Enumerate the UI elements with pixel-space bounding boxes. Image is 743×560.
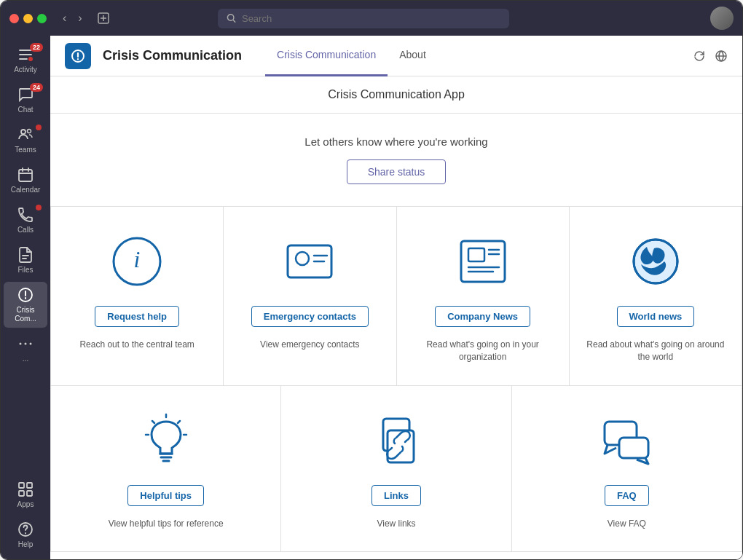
forward-button[interactable]: › bbox=[74, 9, 86, 28]
sidebar-item-activity-label: Activity bbox=[14, 66, 37, 74]
calendar-icon bbox=[17, 166, 34, 184]
titlebar: ‹ › bbox=[1, 1, 742, 36]
bottom-cards-grid: Helpful tips View helpful tips for refer… bbox=[50, 386, 742, 553]
helpful-tips-icon bbox=[137, 408, 195, 473]
share-status-button[interactable]: Share status bbox=[347, 159, 447, 184]
links-icon bbox=[367, 408, 425, 473]
sidebar-item-help-label: Help bbox=[18, 540, 34, 549]
faq-button[interactable]: FAQ bbox=[605, 485, 649, 506]
svg-rect-13 bbox=[27, 491, 32, 496]
app-header: Crisis Communication Crisis Communicatio… bbox=[50, 36, 742, 76]
card-faq: FAQ View FAQ bbox=[512, 386, 742, 553]
compose-button[interactable] bbox=[93, 9, 114, 28]
crisis-content: Crisis Communication App Let others know… bbox=[50, 76, 742, 559]
app-tabs: Crisis Communication About bbox=[265, 36, 438, 76]
company-news-desc: Read what's going on in your organizatio… bbox=[412, 339, 554, 363]
crisis-app-title: Crisis Communication App bbox=[62, 88, 731, 101]
request-help-desc: Reach out to the central team bbox=[79, 339, 194, 351]
nav-arrows: ‹ › bbox=[58, 9, 87, 28]
tab-crisis-communication[interactable]: Crisis Communication bbox=[265, 36, 388, 76]
svg-text:i: i bbox=[134, 246, 141, 272]
files-icon bbox=[17, 246, 34, 264]
links-button[interactable]: Links bbox=[372, 485, 421, 506]
calls-icon bbox=[17, 206, 34, 224]
calls-badge bbox=[36, 205, 42, 210]
world-news-icon bbox=[626, 229, 685, 294]
card-company-news: Company News Read what's going on in you… bbox=[397, 207, 570, 386]
world-news-button[interactable]: World news bbox=[617, 306, 695, 327]
sidebar-item-help[interactable]: Help bbox=[4, 516, 47, 553]
svg-point-1 bbox=[227, 15, 233, 20]
sidebar-item-more[interactable]: ... bbox=[4, 331, 47, 368]
app-icon bbox=[65, 43, 91, 69]
company-news-button[interactable]: Company News bbox=[435, 306, 530, 327]
helpful-tips-button[interactable]: Helpful tips bbox=[127, 485, 204, 506]
sidebar-item-chat-label: Chat bbox=[17, 106, 33, 114]
refresh-button[interactable] bbox=[693, 50, 706, 63]
header-actions bbox=[693, 50, 728, 63]
svg-point-9 bbox=[30, 343, 32, 345]
company-news-icon bbox=[454, 229, 512, 294]
share-section: Let others know where you're working Sha… bbox=[50, 114, 742, 207]
sidebar-item-activity[interactable]: 22 Activity bbox=[4, 42, 47, 79]
card-helpful-tips: Helpful tips View helpful tips for refer… bbox=[51, 386, 281, 553]
search-input[interactable] bbox=[242, 13, 500, 24]
teams-icon bbox=[17, 126, 34, 143]
request-help-icon: i bbox=[108, 229, 166, 294]
more-icon bbox=[17, 335, 34, 352]
world-news-desc: Read about what's going on around the wo… bbox=[584, 339, 727, 363]
sidebar-item-teams[interactable]: Teams bbox=[4, 122, 47, 159]
sidebar-item-calendar-label: Calendar bbox=[11, 186, 41, 194]
avatar bbox=[710, 7, 734, 30]
sidebar-item-more-label: ... bbox=[23, 355, 28, 363]
sidebar-item-teams-label: Teams bbox=[15, 146, 36, 154]
app-title: Crisis Communication bbox=[103, 48, 242, 63]
sidebar-item-calendar[interactable]: Calendar bbox=[4, 162, 47, 199]
crisis-header-bar: Crisis Communication App bbox=[50, 76, 742, 114]
card-world-news: World news Read about what's going on ar… bbox=[570, 207, 742, 386]
close-dot[interactable] bbox=[9, 14, 19, 23]
svg-rect-28 bbox=[619, 438, 648, 458]
sidebar-item-calls[interactable]: Calls bbox=[4, 202, 47, 239]
helpful-tips-desc: View helpful tips for reference bbox=[109, 518, 224, 530]
share-prompt: Let others know where you're working bbox=[65, 135, 728, 148]
sidebar-item-crisis-label: Crisis Com... bbox=[7, 306, 44, 323]
svg-rect-10 bbox=[19, 483, 24, 488]
cards-grid: i Request help Reach out to the central … bbox=[50, 207, 742, 386]
teams-badge bbox=[36, 125, 42, 130]
emergency-contacts-desc: View emergency contacts bbox=[260, 339, 360, 351]
svg-point-20 bbox=[296, 252, 309, 265]
back-button[interactable]: ‹ bbox=[58, 9, 71, 28]
svg-point-7 bbox=[20, 343, 22, 345]
apps-icon bbox=[17, 481, 34, 498]
svg-point-2 bbox=[28, 57, 33, 61]
tab-about[interactable]: About bbox=[388, 36, 438, 76]
emergency-contacts-icon bbox=[280, 229, 339, 294]
faq-desc: View FAQ bbox=[608, 518, 646, 530]
crisis-icon bbox=[17, 286, 34, 304]
emergency-contacts-button[interactable]: Emergency contacts bbox=[251, 306, 369, 327]
maximize-dot[interactable] bbox=[37, 14, 47, 23]
sidebar-item-chat[interactable]: 24 Chat bbox=[4, 82, 47, 119]
links-desc: View links bbox=[377, 518, 415, 530]
sidebar-item-files[interactable]: Files bbox=[4, 242, 47, 279]
sidebar-item-apps[interactable]: Apps bbox=[4, 476, 47, 513]
sidebar-item-calls-label: Calls bbox=[17, 226, 34, 234]
request-help-button[interactable]: Request help bbox=[95, 306, 179, 327]
sidebar-item-files-label: Files bbox=[17, 266, 33, 275]
search-bar[interactable] bbox=[218, 9, 509, 28]
minimize-dot[interactable] bbox=[23, 14, 33, 23]
svg-rect-5 bbox=[19, 170, 32, 181]
svg-rect-22 bbox=[468, 248, 484, 261]
help-icon bbox=[17, 521, 34, 538]
svg-point-4 bbox=[28, 130, 31, 133]
card-request-help: i Request help Reach out to the central … bbox=[51, 207, 224, 386]
svg-rect-12 bbox=[19, 491, 24, 496]
svg-point-3 bbox=[21, 130, 25, 134]
sidebar-item-apps-label: Apps bbox=[17, 500, 34, 509]
search-icon bbox=[227, 13, 236, 23]
faq-icon bbox=[597, 408, 656, 473]
sidebar-item-crisis[interactable]: Crisis Com... bbox=[4, 282, 47, 328]
globe-button[interactable] bbox=[715, 50, 728, 63]
svg-point-8 bbox=[25, 343, 27, 345]
